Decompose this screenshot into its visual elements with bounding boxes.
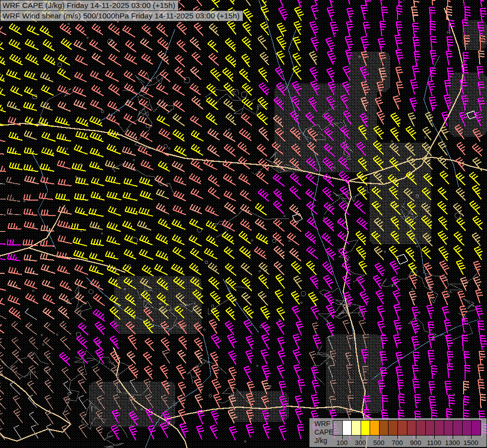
legend-cell [472, 421, 481, 435]
map-canvas [0, 0, 487, 448]
cape-legend: WRF CAPE J/kg 10030050070090011001300150… [309, 418, 487, 447]
legend-label-model: WRF [314, 420, 333, 428]
legend-cell [407, 421, 417, 435]
map-title-overlay: WRF CAPE (J/kg) Friday 14-11-2025 03:00 … [0, 0, 243, 21]
legend-label-unit: J/kg [314, 437, 333, 445]
legend-tick-label: 700 [391, 439, 403, 447]
legend-cell [333, 421, 343, 435]
legend-tick-label: 1300 [445, 439, 460, 447]
legend-cell [444, 421, 454, 435]
legend-tick [361, 435, 361, 439]
legend-tick [397, 435, 398, 439]
legend-cell [380, 421, 389, 435]
legend-tick-label: 300 [355, 439, 366, 447]
legend-cell [463, 421, 472, 435]
legend-labels: WRF CAPE J/kg [314, 420, 333, 445]
legend-cell [343, 421, 352, 435]
legend-tick [416, 435, 416, 439]
legend-cell [361, 421, 371, 435]
legend-tick [434, 435, 435, 439]
legend-cell [352, 421, 361, 435]
legend-colorbar-frame [333, 420, 481, 436]
legend-cell [416, 421, 426, 435]
title-cape-line: WRF CAPE (J/kg) Friday 14-11-2025 03:00 … [0, 0, 179, 11]
legend-tick [342, 435, 343, 439]
weather-map-stage: WRF CAPE (J/kg) Friday 14-11-2025 03:00 … [0, 0, 487, 448]
legend-tick [453, 435, 453, 439]
legend-cell [453, 421, 463, 435]
legend-cell [389, 421, 398, 435]
legend-label-param: CAPE [314, 428, 333, 437]
legend-tick [471, 435, 472, 439]
legend-colorbar: 100300500700900110013001500 [333, 420, 485, 446]
legend-tick-label: 900 [410, 439, 421, 447]
legend-cell [426, 421, 435, 435]
legend-tick-label: 1500 [463, 439, 478, 447]
legend-cell [398, 421, 407, 435]
legend-cell [435, 421, 444, 435]
title-shear-line: WRF Wind shear (m/s) 500/1000hPa Friday … [0, 10, 243, 21]
legend-tick-label: 100 [336, 439, 348, 447]
legend-cell [370, 421, 380, 435]
legend-tick [379, 435, 380, 439]
legend-tick-label: 500 [373, 439, 385, 447]
legend-tick-label: 1100 [427, 439, 441, 447]
